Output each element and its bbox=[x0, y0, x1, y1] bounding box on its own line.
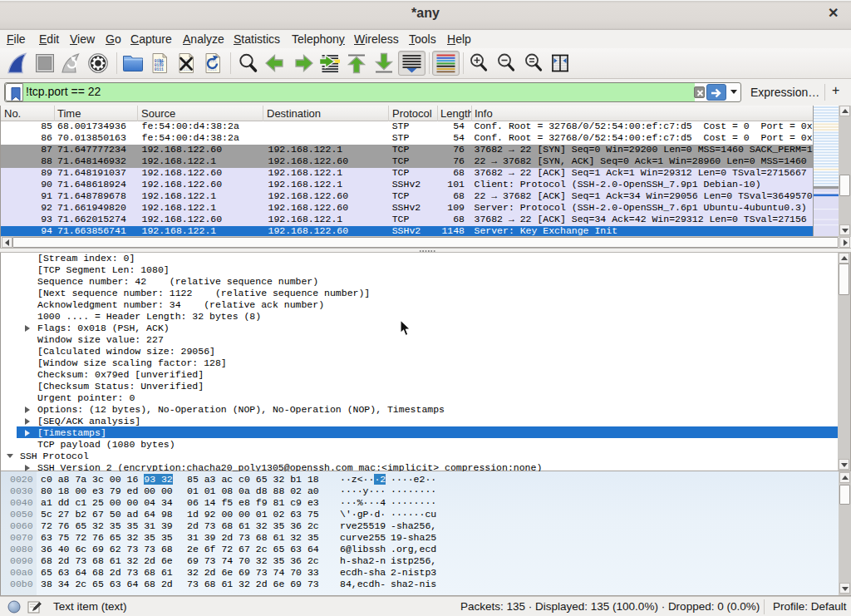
svg-text:0111: 0111 bbox=[155, 67, 164, 71]
